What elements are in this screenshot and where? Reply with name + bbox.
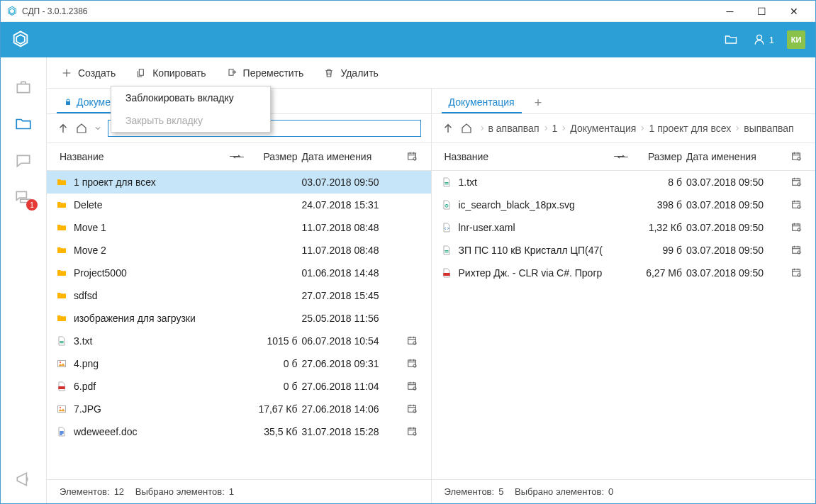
file-name: ic_search_black_18px.svg	[459, 199, 632, 211]
create-button[interactable]: Создать	[61, 67, 116, 79]
user-count: 1	[769, 35, 774, 45]
file-row[interactable]: 7.JPG17,67 Кб27.06.2018 14:06	[47, 398, 431, 420]
file-row[interactable]: 4.png0 б27.06.2018 09:31	[47, 352, 431, 375]
folder-row[interactable]: Delete24.07.2018 15:31	[47, 194, 431, 216]
file-row[interactable]: lnr-user.xaml1,32 Кб03.07.2018 09:50	[432, 216, 816, 239]
breadcrumb-segment[interactable]: 1	[552, 123, 558, 134]
header-folder-button[interactable]	[717, 28, 745, 51]
folder-row[interactable]: Project500001.06.2018 14:48	[47, 262, 431, 284]
delete-button[interactable]: Удалить	[323, 67, 378, 79]
file-row[interactable]: Рихтер Дж. - CLR via C#. Прогр6,27 Мб03.…	[432, 262, 816, 284]
chevron-down-icon[interactable]	[94, 124, 102, 133]
nav-up-icon[interactable]	[57, 122, 69, 135]
file-name: 1.txt	[459, 177, 632, 188]
col-version-header[interactable]	[227, 151, 247, 162]
left-tabrow: Документация + Заблокировать вкладку Зак…	[47, 89, 431, 114]
file-date: 27.06.2018 11:04	[302, 381, 401, 392]
rail-chat[interactable]	[13, 151, 33, 171]
file-date: 03.07.2018 09:50	[686, 177, 786, 188]
col-version-header[interactable]	[611, 151, 631, 162]
folder-row[interactable]: изображения для загрузки25.05.2018 11:56	[47, 307, 431, 330]
pdf-file-icon	[440, 267, 453, 279]
close-button[interactable]: ✕	[778, 1, 810, 22]
nav-home-icon[interactable]	[460, 122, 473, 135]
right-tab-documents[interactable]: Документация	[442, 92, 522, 113]
folder-icon	[55, 221, 68, 234]
file-name: lnr-user.xaml	[459, 222, 632, 233]
right-pane: Документация + в апвапвап1Документация1 …	[432, 89, 816, 503]
move-button[interactable]: Переместить	[226, 67, 304, 79]
breadcrumb-segment[interactable]: выпвапвап	[744, 123, 793, 134]
file-size: 398 б	[631, 199, 686, 211]
file-date: 11.07.2018 08:48	[302, 245, 401, 256]
minimize-button[interactable]: ─	[714, 1, 746, 22]
file-size: 0 б	[247, 358, 302, 369]
rail-briefcase[interactable]	[13, 77, 33, 97]
rail-folder[interactable]	[13, 114, 33, 134]
nav-up-icon[interactable]	[442, 122, 454, 135]
file-name: 6.pdf	[74, 381, 247, 392]
window-title: СДП - 3.0.1.2386	[22, 6, 714, 16]
chevron-right-icon	[560, 123, 567, 134]
left-column-header: Название Размер Дата именения	[47, 142, 431, 171]
nav-home-icon[interactable]	[75, 122, 88, 135]
breadcrumb-segment[interactable]: 1 проект для всех	[649, 123, 731, 134]
rail-announce[interactable]	[13, 469, 33, 489]
header-user-button[interactable]: 1	[745, 28, 781, 51]
user-avatar[interactable]: КИ	[787, 30, 805, 49]
file-name: 1 проект для всех	[74, 177, 247, 188]
menu-lock-tab[interactable]: Заблокировать вкладку	[111, 86, 270, 109]
chevron-right-icon	[542, 123, 549, 134]
file-name: sdfsd	[74, 290, 247, 301]
col-date-header[interactable]: Дата именения	[302, 151, 401, 162]
file-cal	[786, 267, 807, 280]
menu-close-tab: Закрыть вкладку	[111, 109, 270, 132]
col-size-header[interactable]: Размер	[247, 151, 302, 162]
jpg-file-icon	[55, 403, 68, 415]
folder-row[interactable]: sdfsd27.07.2018 15:45	[47, 284, 431, 307]
copy-button[interactable]: Копировать	[135, 67, 206, 79]
folder-row[interactable]: Move 111.07.2018 08:48	[47, 216, 431, 239]
file-row[interactable]: 3.txt1015 б06.07.2018 10:54	[47, 330, 431, 352]
left-filelist[interactable]: 1 проект для всех03.07.2018 09:50Delete2…	[47, 171, 431, 479]
col-size-header[interactable]: Размер	[631, 151, 686, 162]
col-cal-header[interactable]	[786, 150, 807, 164]
doc-file-icon	[55, 425, 68, 438]
lock-icon	[64, 98, 72, 106]
chevron-right-icon	[734, 123, 741, 134]
file-cal	[786, 176, 807, 189]
app-icon	[6, 6, 18, 17]
col-name-header[interactable]: Название	[440, 151, 612, 162]
folder-icon	[55, 312, 68, 325]
svg-file-icon	[440, 198, 453, 211]
file-row[interactable]: 6.pdf0 б27.06.2018 11:04	[47, 375, 431, 398]
folder-row[interactable]: Move 211.07.2018 08:48	[47, 239, 431, 262]
file-size: 17,67 Кб	[247, 403, 302, 415]
folder-row[interactable]: 1 проект для всех03.07.2018 09:50	[47, 171, 431, 194]
file-cal	[401, 335, 423, 348]
file-cal	[786, 221, 807, 235]
file-date: 27.06.2018 09:31	[302, 358, 401, 369]
rail-chats[interactable]: 1	[13, 188, 33, 208]
txt-file-icon	[440, 244, 453, 257]
col-name-header[interactable]: Название	[55, 151, 227, 162]
breadcrumb-segment[interactable]: в апвапвап	[488, 123, 540, 134]
file-size: 35,5 Кб	[247, 426, 302, 437]
file-cal	[401, 380, 423, 393]
col-cal-header[interactable]	[401, 150, 423, 164]
file-name: 4.png	[74, 358, 247, 369]
right-filelist[interactable]: 1.txt8 б03.07.2018 09:50ic_search_black_…	[432, 171, 816, 479]
col-date-header[interactable]: Дата именения	[686, 151, 786, 162]
file-row[interactable]: wdeweeef.doc35,5 Кб31.07.2018 15:28	[47, 420, 431, 443]
file-name: ЗП ПС 110 кВ Кристалл ЦП(47(	[459, 245, 632, 256]
file-row[interactable]: ic_search_black_18px.svg398 б03.07.2018 …	[432, 194, 816, 216]
breadcrumb-segment[interactable]: Документация	[570, 123, 636, 134]
chevron-right-icon	[479, 123, 486, 134]
file-date: 03.07.2018 09:50	[686, 199, 786, 211]
right-add-tab[interactable]: +	[530, 93, 547, 113]
file-row[interactable]: ЗП ПС 110 кВ Кристалл ЦП(47(99 б03.07.20…	[432, 239, 816, 262]
file-size: 99 б	[631, 245, 686, 256]
maximize-button[interactable]: ☐	[746, 1, 778, 22]
file-row[interactable]: 1.txt8 б03.07.2018 09:50	[432, 171, 816, 194]
file-size: 6,27 Мб	[631, 267, 686, 279]
